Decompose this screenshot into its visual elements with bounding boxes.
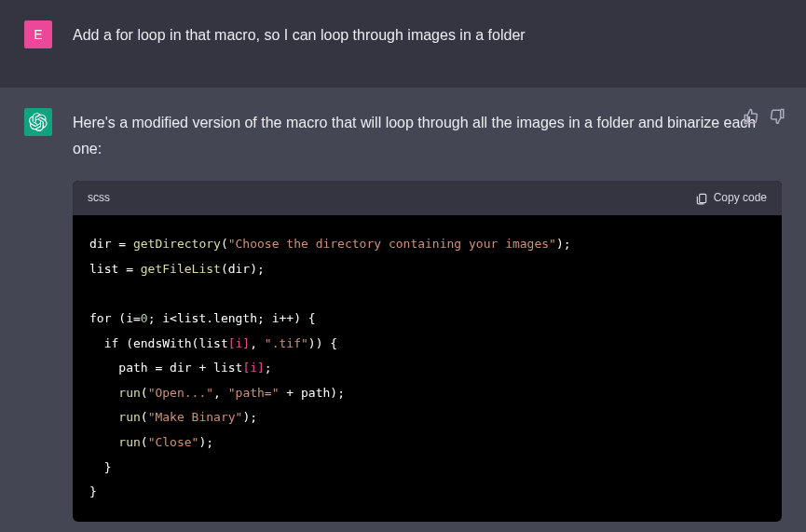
code-header: scss Copy code <box>73 181 782 215</box>
code-content[interactable]: dir = getDirectory("Choose the directory… <box>73 215 782 522</box>
svg-rect-0 <box>699 194 705 202</box>
user-message-row: E Add a for loop in that macro, so I can… <box>0 0 806 69</box>
assistant-message-row: Here's a modified version of the macro t… <box>0 88 806 532</box>
assistant-message-content: Here's a modified version of the macro t… <box>73 108 782 522</box>
feedback-buttons <box>743 108 786 125</box>
user-avatar: E <box>24 20 52 48</box>
copy-code-label: Copy code <box>714 188 767 208</box>
code-language-label: scss <box>88 188 110 208</box>
assistant-message-text: Here's a modified version of the macro t… <box>73 110 782 162</box>
thumbs-up-icon[interactable] <box>743 108 759 125</box>
assistant-avatar <box>24 108 52 136</box>
openai-logo-icon <box>29 113 48 131</box>
thumbs-down-icon[interactable] <box>769 108 786 125</box>
copy-code-button[interactable]: Copy code <box>695 188 767 208</box>
code-block: scss Copy code dir = getDirectory("Choos… <box>73 181 782 522</box>
user-message-text: Add a for loop in that macro, so I can l… <box>73 20 782 48</box>
clipboard-icon <box>695 192 708 205</box>
